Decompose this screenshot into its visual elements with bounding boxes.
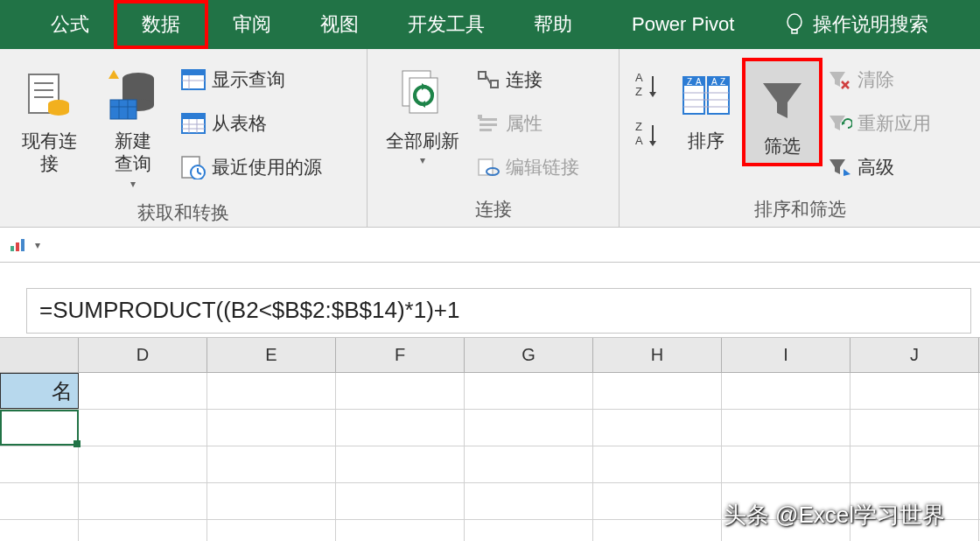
cell[interactable] <box>722 446 850 482</box>
svg-rect-39 <box>480 123 497 126</box>
tab-formula[interactable]: 公式 <box>26 0 114 49</box>
svg-rect-1 <box>792 30 797 33</box>
from-table-button[interactable]: 从表格 <box>175 102 327 144</box>
from-table-label: 从表格 <box>212 111 267 136</box>
group-label-get-transform: 获取和转换 <box>0 197 367 230</box>
cell[interactable] <box>79 446 207 482</box>
refresh-all-button[interactable]: 全部刷新 ▾ <box>374 58 471 170</box>
cell[interactable] <box>722 373 850 409</box>
tell-me-search[interactable]: 操作说明搜索 <box>785 11 928 38</box>
cell[interactable] <box>207 410 336 446</box>
tab-help[interactable]: 帮助 <box>509 0 597 49</box>
clear-filter-button[interactable]: 清除 <box>822 59 936 101</box>
cell[interactable] <box>336 373 465 409</box>
existing-connections-button[interactable]: 现有连接 <box>7 58 91 179</box>
cell[interactable] <box>0 483 79 519</box>
svg-point-0 <box>788 14 802 30</box>
svg-rect-35 <box>479 72 486 79</box>
tab-devtools[interactable]: 开发工具 <box>383 0 509 49</box>
cell[interactable] <box>336 410 465 446</box>
cell[interactable] <box>850 410 979 446</box>
reapply-button[interactable]: 重新应用 <box>822 102 936 144</box>
connections-button[interactable]: 连接 <box>471 59 584 101</box>
cell[interactable] <box>207 483 336 519</box>
cell[interactable] <box>593 520 722 541</box>
filter-label: 筛选 <box>764 135 801 158</box>
table-header-cell[interactable]: 名 <box>0 373 79 409</box>
properties-label: 属性 <box>506 111 542 136</box>
cell[interactable] <box>850 446 979 482</box>
column-header[interactable]: E <box>207 338 336 372</box>
selected-cell[interactable] <box>0 410 79 446</box>
tab-view[interactable]: 视图 <box>296 0 383 49</box>
column-header[interactable]: F <box>336 338 465 372</box>
cell[interactable] <box>465 373 593 409</box>
new-query-label: 新建 查询 <box>115 130 151 176</box>
column-header-partial[interactable] <box>0 338 79 372</box>
sort-desc-button[interactable]: ZA <box>626 116 670 154</box>
cell[interactable] <box>79 410 207 446</box>
cell[interactable] <box>593 373 722 409</box>
table-row: 名 <box>0 373 980 410</box>
cell[interactable] <box>465 483 593 519</box>
cell[interactable] <box>0 520 79 541</box>
svg-text:A: A <box>696 77 702 87</box>
cell[interactable] <box>465 410 593 446</box>
tab-powerpivot[interactable]: Power Pivot <box>597 0 759 49</box>
table-row <box>0 410 980 446</box>
cell[interactable] <box>336 520 465 541</box>
column-header[interactable]: G <box>465 338 593 372</box>
cell[interactable] <box>722 410 850 446</box>
svg-rect-12 <box>110 100 136 119</box>
svg-text:Z: Z <box>720 77 725 87</box>
cell[interactable] <box>850 373 979 409</box>
cell[interactable] <box>465 520 593 541</box>
filter-button[interactable]: 筛选 <box>742 58 822 166</box>
show-queries-icon <box>180 68 206 91</box>
sort-button[interactable]: ZAAZ 排序 <box>670 58 742 156</box>
chevron-down-icon: ▾ <box>420 154 425 166</box>
cell[interactable] <box>593 446 722 482</box>
column-header[interactable]: H <box>593 338 722 372</box>
cell[interactable] <box>79 520 207 541</box>
formula-bar-value: =SUMPRODUCT((B2<$B$2:$B$14)*1)+1 <box>39 297 459 324</box>
svg-rect-22 <box>182 114 205 119</box>
sort-asc-icon: AZ <box>634 71 663 101</box>
advanced-filter-button[interactable]: 高级 <box>822 146 936 188</box>
svg-marker-47 <box>649 92 656 97</box>
cell[interactable] <box>336 446 465 482</box>
tab-review[interactable]: 审阅 <box>208 0 296 49</box>
svg-rect-41 <box>478 115 482 119</box>
cell[interactable] <box>207 520 336 541</box>
cell[interactable] <box>79 373 207 409</box>
ribbon-tabs: 公式 数据 审阅 视图 开发工具 帮助 Power Pivot 操作说明搜索 <box>0 0 980 49</box>
sort-label: 排序 <box>688 130 724 152</box>
cell[interactable] <box>465 446 593 482</box>
svg-marker-64 <box>830 72 845 87</box>
table-row <box>0 446 980 483</box>
column-header[interactable]: J <box>850 338 979 372</box>
existing-connections-label: 现有连接 <box>14 130 84 176</box>
cell[interactable] <box>79 483 207 519</box>
tab-data[interactable]: 数据 <box>114 0 208 49</box>
cell[interactable] <box>0 446 79 482</box>
chart-selector-icon[interactable] <box>9 237 30 253</box>
filter-icon <box>758 76 807 125</box>
svg-rect-36 <box>491 81 498 88</box>
svg-text:A: A <box>635 134 643 147</box>
cell[interactable] <box>336 483 465 519</box>
column-header[interactable]: D <box>79 338 207 372</box>
formula-bar[interactable]: =SUMPRODUCT((B2<$B$2:$B$14)*1)+1 <box>26 288 971 334</box>
cell[interactable] <box>593 410 722 446</box>
sort-asc-button[interactable]: AZ <box>626 67 670 105</box>
cell[interactable] <box>207 446 336 482</box>
cell[interactable] <box>593 483 722 519</box>
edit-links-button[interactable]: 编辑链接 <box>471 146 584 188</box>
chevron-down-icon[interactable]: ▾ <box>35 239 40 251</box>
cell[interactable] <box>207 373 336 409</box>
show-queries-button[interactable]: 显示查询 <box>175 59 327 101</box>
recent-sources-button[interactable]: 最近使用的源 <box>175 146 327 188</box>
column-header[interactable]: I <box>722 338 850 372</box>
new-query-button[interactable]: 新建 查询 ▾ <box>91 58 175 193</box>
properties-button[interactable]: 属性 <box>471 102 584 144</box>
